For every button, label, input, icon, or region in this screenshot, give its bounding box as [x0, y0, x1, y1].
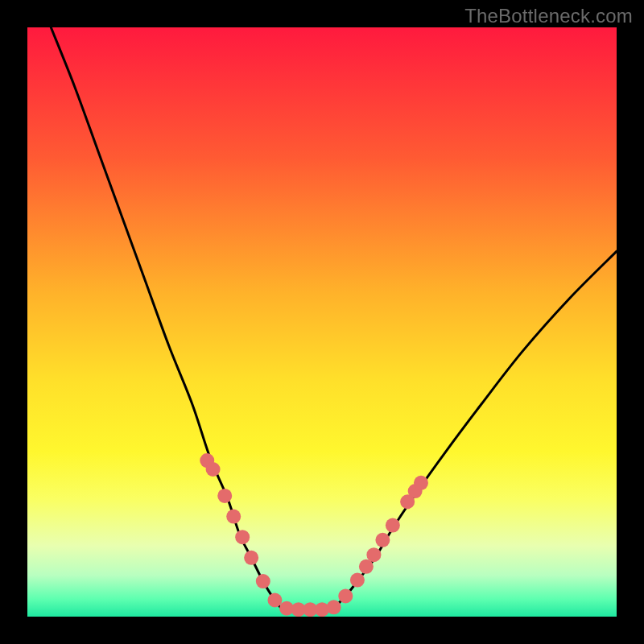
gradient-background: [27, 27, 617, 617]
chart-container: TheBottleneck.com: [0, 0, 644, 644]
data-marker: [244, 551, 258, 565]
watermark-text: TheBottleneck.com: [464, 5, 633, 27]
data-marker: [206, 462, 221, 477]
data-marker: [366, 547, 381, 562]
data-marker: [217, 489, 232, 503]
data-marker: [414, 476, 428, 490]
data-marker: [267, 593, 282, 608]
data-marker: [338, 588, 353, 603]
chart-svg: [27, 27, 617, 617]
data-marker: [327, 600, 341, 614]
data-marker: [226, 510, 241, 524]
data-marker: [256, 574, 270, 588]
data-marker: [386, 518, 400, 533]
data-marker: [375, 533, 390, 547]
data-marker: [235, 530, 250, 544]
plot-area: [27, 27, 617, 617]
data-marker: [350, 573, 365, 588]
